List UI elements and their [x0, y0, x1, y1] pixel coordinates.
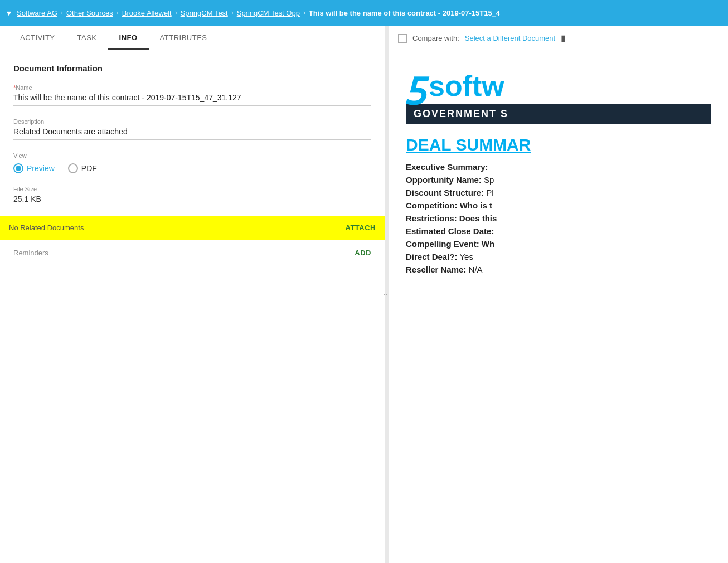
pdf-radio-label: PDF	[81, 164, 97, 173]
compare-bar: Compare with: Select a Different Documen…	[389, 26, 728, 51]
view-radio-group: Preview PDF	[13, 163, 371, 173]
logo-area: ƽ softw	[406, 68, 711, 104]
filesize-value: 25.1 KB	[13, 195, 371, 203]
breadcrumb-sep-1: ›	[61, 9, 63, 17]
right-panel: Compare with: Select a Different Documen…	[389, 26, 728, 563]
main-area: ACTIVITY TASK INFO ATTRIBUTES Document I…	[0, 26, 728, 563]
compare-label: Compare with:	[412, 34, 459, 42]
name-field-group: *Name This will be the name of this cont…	[13, 84, 371, 106]
deal-row: Competition: Who is t	[406, 201, 711, 210]
reminders-label: Reminders	[13, 249, 48, 257]
filesize-label: File Size	[13, 186, 371, 192]
breadcrumb-contract-name: This will be the name of this contract -…	[309, 9, 500, 17]
logo-s-icon: ƽ	[406, 68, 426, 104]
related-docs-row: No Related Documents ATTACH	[0, 216, 385, 240]
deal-summary-title: DEAL SUMMAR	[406, 135, 711, 154]
select-different-document-link[interactable]: Select a Different Document	[465, 34, 555, 42]
deal-row: Executive Summary:	[406, 162, 711, 172]
deal-row: Discount Structure: Pl	[406, 188, 711, 197]
deal-row: Opportunity Name: Sp	[406, 175, 711, 185]
breadcrumb-sep-5: ›	[303, 9, 305, 17]
preview-radio-label: Preview	[27, 164, 55, 173]
nav-chevron-icon[interactable]: ▾	[7, 8, 11, 18]
attach-button[interactable]: ATTACH	[345, 224, 376, 232]
doc-inner: ƽ softw GOVERNMENT S DEAL SUMMAR Executi…	[389, 51, 728, 563]
breadcrumb-other-sources[interactable]: Other Sources	[66, 9, 113, 17]
breadcrumb-springcm-opp[interactable]: SpringCM Test Opp	[237, 9, 300, 17]
form-content: Document Information *Name This will be …	[0, 50, 385, 563]
logo-text: softw	[429, 71, 504, 100]
name-value[interactable]: This will be the name of this contract -…	[13, 93, 371, 106]
breadcrumb-sep-2: ›	[117, 9, 119, 17]
gov-banner: GOVERNMENT S	[406, 104, 711, 124]
view-field-group: View Preview PDF	[13, 152, 371, 173]
breadcrumb-brooke[interactable]: Brooke Allewelt	[122, 9, 172, 17]
description-field-group: Description Related Documents are attach…	[13, 118, 371, 140]
deal-row: Compelling Event: Wh	[406, 239, 711, 249]
add-reminder-button[interactable]: ADD	[355, 249, 371, 257]
deal-row: Restrictions: Does this	[406, 213, 711, 223]
deal-row: Direct Deal?: Yes	[406, 252, 711, 261]
pdf-radio[interactable]: PDF	[68, 163, 97, 173]
tab-attributes[interactable]: ATTRIBUTES	[149, 26, 219, 50]
breadcrumb-sep-3: ›	[175, 9, 177, 17]
related-docs-label: No Related Documents	[9, 224, 84, 232]
preview-radio-button[interactable]	[13, 163, 23, 173]
preview-radio[interactable]: Preview	[13, 163, 55, 173]
deal-row: Reseller Name: N/A	[406, 265, 711, 274]
tab-task[interactable]: TASK	[66, 26, 108, 50]
preview-radio-inner	[16, 166, 21, 171]
name-label: *Name	[13, 84, 371, 91]
deal-row: Estimated Close Date:	[406, 226, 711, 236]
deal-rows: Executive Summary:Opportunity Name: SpDi…	[406, 162, 711, 274]
top-nav: ▾ Software AG › Other Sources › Brooke A…	[0, 0, 728, 26]
breadcrumb-sep-4: ›	[231, 9, 234, 17]
tab-info[interactable]: INFO	[108, 26, 149, 50]
section-title: Document Information	[13, 64, 371, 73]
compare-checkbox[interactable]	[398, 34, 407, 43]
breadcrumb-springcm-test[interactable]: SpringCM Test	[181, 9, 228, 17]
left-panel: ACTIVITY TASK INFO ATTRIBUTES Document I…	[0, 26, 385, 563]
filesize-field-group: File Size 25.1 KB	[13, 186, 371, 203]
breadcrumb-software-ag[interactable]: Software AG	[17, 9, 57, 17]
description-value[interactable]: Related Documents are attached	[13, 127, 371, 140]
pdf-radio-button[interactable]	[68, 163, 78, 173]
panel-divider[interactable]: ⋮	[385, 26, 389, 563]
reminders-row: Reminders ADD	[13, 240, 371, 266]
doc-preview: ƽ softw GOVERNMENT S DEAL SUMMAR Executi…	[389, 51, 728, 563]
view-label: View	[13, 152, 371, 159]
tabs-bar: ACTIVITY TASK INFO ATTRIBUTES	[0, 26, 385, 50]
description-label: Description	[13, 118, 371, 125]
tab-activity[interactable]: ACTIVITY	[9, 26, 66, 50]
document-icon[interactable]: ▮	[561, 33, 566, 43]
